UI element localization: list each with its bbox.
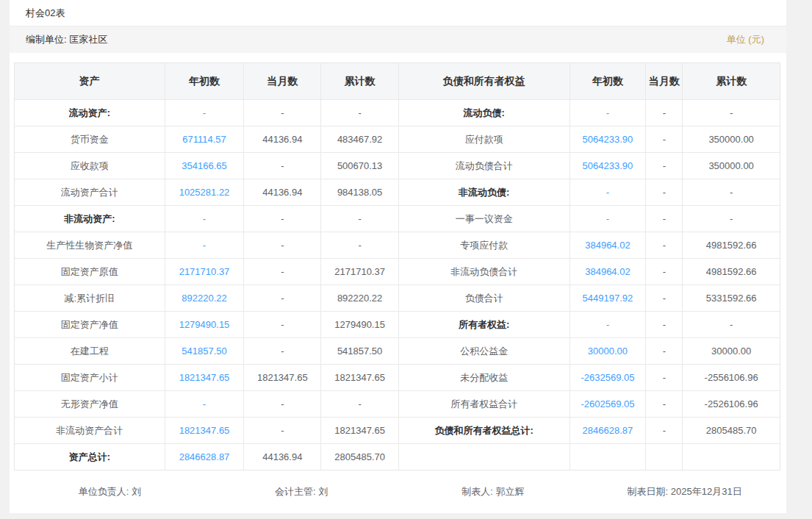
cell-value: -: [646, 179, 683, 205]
cell-value: -: [321, 391, 399, 417]
row-label: 非流动负债合计: [399, 259, 570, 284]
cell-value: [646, 444, 683, 470]
value-link[interactable]: 5449197.92: [570, 285, 647, 311]
cell-value: -: [646, 259, 683, 284]
row-label: 货币资金: [15, 126, 165, 152]
value-link[interactable]: 541857.50: [165, 338, 245, 364]
cell-value: 1279490.15: [321, 312, 399, 337]
column-header: 资产: [15, 63, 165, 99]
cell-value: -: [244, 312, 321, 337]
table-row: 非流动资产合计1821347.65-1821347.65负债和所有者权益总计:2…: [15, 418, 780, 444]
value-link[interactable]: 384964.02: [570, 259, 647, 284]
cell-value: -: [244, 259, 321, 284]
row-label: 减:累计折旧: [15, 285, 165, 311]
footer-item: 制表人: 郭立辉: [398, 485, 589, 498]
row-label: 所有者权益合计: [399, 391, 570, 417]
cell-value: 4981592.66: [683, 259, 780, 284]
value-link[interactable]: -: [165, 100, 245, 126]
prepared-by-value: 匡家社区: [69, 34, 107, 45]
cell-value: 541857.50: [321, 338, 399, 364]
balance-sheet-table: 资产年初数当月数累计数负债和所有者权益年初数当月数累计数 流动资产:---流动负…: [14, 62, 780, 470]
row-label: 一事一议资金: [399, 206, 570, 232]
cell-value: -: [646, 285, 683, 311]
cell-value: -: [683, 206, 780, 232]
cell-value: -: [646, 100, 683, 126]
prepared-by-label: 编制单位:: [26, 34, 67, 45]
cell-value: -: [646, 153, 683, 179]
value-link[interactable]: -: [570, 312, 647, 337]
row-label: 固定资产小计: [15, 365, 165, 390]
value-link[interactable]: 892220.22: [165, 285, 245, 311]
cell-value: 30000.00: [683, 338, 780, 364]
table-body: 流动资产:---流动负债:---货币资金671114.5744136.94483…: [15, 100, 780, 470]
column-header: 累计数: [321, 63, 399, 99]
value-link[interactable]: 384964.02: [570, 232, 647, 258]
value-link[interactable]: 5064233.90: [570, 153, 647, 179]
cell-value: -: [321, 232, 399, 258]
cell-value: -: [244, 418, 321, 443]
value-link[interactable]: -: [570, 179, 647, 205]
cell-value: -: [646, 338, 683, 364]
cell-value: 2805485.70: [683, 418, 780, 443]
cell-value: -: [244, 153, 321, 179]
row-label: 固定资产净值: [15, 312, 165, 337]
row-label: 非流动资产:: [15, 206, 165, 232]
value-link[interactable]: 354166.65: [165, 153, 245, 179]
row-label: 所有者权益:: [399, 312, 570, 337]
title-bar: 村会02表: [10, 0, 786, 26]
cell-value: -2556106.96: [683, 365, 780, 390]
cell-value: -: [244, 100, 321, 126]
value-link[interactable]: -2602569.05: [570, 391, 647, 417]
value-link[interactable]: 5064233.90: [570, 126, 647, 152]
value-link[interactable]: 2846628.87: [570, 418, 647, 443]
value-link[interactable]: -2632569.05: [570, 365, 647, 390]
table-row: 固定资产小计1821347.651821347.651821347.65未分配收…: [15, 365, 780, 391]
table-footer: 单位负责人: 刘会计主管: 刘制表人: 郭立辉制表日期: 2025年12月31日: [14, 470, 780, 513]
value-link[interactable]: 671114.57: [165, 126, 245, 152]
value-link[interactable]: -: [570, 100, 647, 126]
value-link[interactable]: 1821347.65: [165, 418, 245, 443]
row-label: 流动资产合计: [15, 179, 165, 205]
cell-value: 2171710.37: [321, 259, 399, 284]
cell-value: -: [321, 206, 399, 232]
cell-value: -: [646, 418, 683, 443]
value-link[interactable]: 2171710.37: [165, 259, 245, 284]
row-label: 应收款项: [15, 153, 165, 179]
value-link[interactable]: -: [570, 206, 647, 232]
value-link[interactable]: 1279490.15: [165, 312, 245, 337]
value-link[interactable]: 2846628.87: [165, 444, 245, 470]
cell-value: 2805485.70: [321, 444, 399, 470]
table-row: 减:累计折旧892220.22-892220.22负债合计5449197.92-…: [15, 285, 780, 312]
cell-value: -: [321, 100, 399, 126]
value-link[interactable]: 1821347.65: [165, 365, 245, 390]
table-header-row: 资产年初数当月数累计数负债和所有者权益年初数当月数累计数: [15, 63, 780, 100]
value-link[interactable]: -: [165, 391, 245, 417]
row-label: [399, 444, 570, 470]
row-label: 流动资产:: [15, 100, 165, 126]
value-link[interactable]: 1025281.22: [165, 179, 245, 205]
cell-value: 984138.05: [321, 179, 399, 205]
value-link[interactable]: 30000.00: [570, 338, 647, 364]
cell-value: -2526106.96: [683, 391, 780, 417]
column-header: 年初数: [570, 63, 647, 99]
footer-item: 会计主管: 刘: [206, 485, 398, 498]
table-row: 应收款项354166.65-500670.13流动负债合计5064233.90-…: [15, 153, 780, 179]
value-link[interactable]: -: [165, 232, 245, 258]
table-row: 生产性生物资产净值---专项应付款384964.02-4981592.66: [15, 232, 780, 259]
cell-value: 350000.00: [683, 153, 780, 179]
table-row: 无形资产净值---所有者权益合计-2602569.05--2526106.96: [15, 391, 780, 418]
cell-value: -: [683, 312, 780, 337]
cell-value: -: [244, 338, 321, 364]
row-label: 固定资产原值: [15, 259, 165, 284]
row-label: 负债和所有者权益总计:: [399, 418, 570, 443]
cell-value: -: [683, 179, 780, 205]
cell-value: -: [683, 100, 780, 126]
cell-value: -: [646, 365, 683, 390]
cell-value: 44136.94: [244, 444, 321, 470]
cell-value: 483467.92: [321, 126, 399, 152]
cell-value: 1821347.65: [321, 365, 399, 390]
column-header: 年初数: [165, 63, 245, 99]
value-link[interactable]: -: [165, 206, 245, 232]
table-row: 货币资金671114.5744136.94483467.92应付款项506423…: [15, 126, 780, 153]
cell-value: -: [244, 206, 321, 232]
